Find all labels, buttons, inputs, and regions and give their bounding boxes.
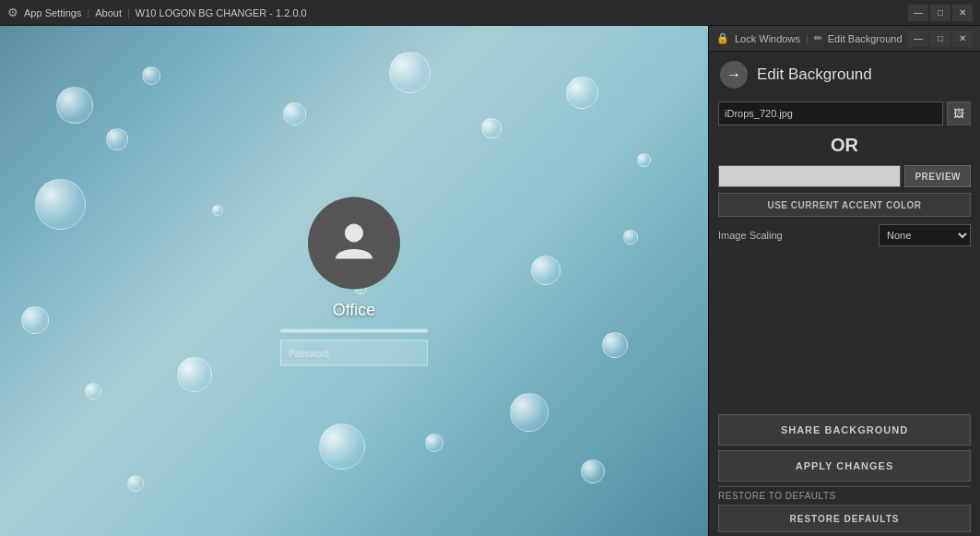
file-browse-button[interactable]: 🖼	[947, 101, 971, 125]
title-sep-2: |	[127, 7, 130, 18]
file-input-row: 🖼	[718, 101, 971, 125]
app-settings-label[interactable]: App Settings	[24, 7, 81, 18]
image-icon: 🖼	[953, 107, 964, 120]
main-content: Office 🔒 Lock Windows | ✏ Edit Backgroun…	[0, 26, 980, 536]
color-swatch[interactable]	[718, 165, 901, 187]
restore-defaults-button[interactable]: RESTORE DEFAULTS	[718, 505, 971, 532]
lock-icon: 🔒	[716, 32, 729, 44]
preview-panel: Office	[0, 26, 708, 536]
scaling-label: Image Scaling	[718, 230, 783, 241]
right-bottom: SHARE BACKGROUND APPLY CHANGES RESTORE T…	[709, 409, 980, 536]
or-divider: OR	[718, 131, 971, 160]
title-bar-controls: — □ ✕	[908, 5, 973, 21]
main-title: W10 LOGON BG CHANGER - 1.2.0.0	[136, 7, 307, 18]
user-icon	[331, 216, 377, 269]
right-title-bar-left: 🔒 Lock Windows | ✏ Edit Background	[716, 32, 908, 44]
avatar	[308, 197, 400, 289]
right-title-controls: — □ ✕	[908, 30, 973, 47]
right-minimize-button[interactable]: —	[908, 30, 928, 47]
login-username: Office	[333, 300, 376, 319]
title-bar: ⚙ App Settings | About | W10 LOGON BG CH…	[0, 0, 980, 26]
login-password-field[interactable]	[280, 339, 428, 365]
right-title-bar: 🔒 Lock Windows | ✏ Edit Background — □ ✕	[709, 26, 980, 52]
login-overlay: Office	[280, 197, 428, 365]
app-settings-icon: ⚙	[7, 6, 18, 19]
arrow-right-icon: →	[726, 66, 741, 83]
about-label[interactable]: About	[95, 7, 122, 18]
edit-background-icon: →	[720, 61, 748, 89]
scaling-row: Image Scaling None Fit Fill Stretch Tile…	[718, 224, 971, 246]
title-sep-1: |	[87, 7, 89, 18]
edit-icon: ✏	[814, 32, 822, 44]
preview-button[interactable]: PREVIEW	[904, 165, 971, 187]
lock-windows-label[interactable]: Lock Windows	[735, 33, 800, 44]
title-bar-left: ⚙ App Settings | About | W10 LOGON BG CH…	[7, 6, 908, 19]
restore-section: RESTORE TO DEFAULTS RESTORE DEFAULTS	[718, 486, 971, 532]
scaling-select[interactable]: None Fit Fill Stretch Tile Center	[879, 224, 971, 246]
svg-point-0	[345, 223, 363, 242]
file-path-input[interactable]	[718, 101, 943, 125]
maximize-button[interactable]: □	[930, 5, 950, 21]
edit-background-title: Edit Background	[757, 66, 872, 84]
login-divider	[280, 328, 428, 332]
apply-changes-button[interactable]: APPLY CHANGES	[718, 450, 971, 482]
minimize-button[interactable]: —	[908, 5, 928, 21]
right-panel: 🔒 Lock Windows | ✏ Edit Background — □ ✕…	[708, 26, 980, 536]
right-panel-header: → Edit Background	[709, 52, 980, 96]
edit-background-label[interactable]: Edit Background	[828, 33, 903, 44]
right-body: 🖼 OR PREVIEW USE CURRENT ACCENT COLOR Im…	[709, 96, 980, 409]
right-maximize-button[interactable]: □	[930, 30, 950, 47]
accent-color-button[interactable]: USE CURRENT ACCENT COLOR	[718, 193, 971, 217]
right-close-button[interactable]: ✕	[952, 30, 973, 47]
color-preview-row: PREVIEW	[718, 165, 971, 187]
restore-label: RESTORE TO DEFAULTS	[718, 491, 971, 501]
close-button[interactable]: ✕	[952, 5, 973, 21]
share-background-button[interactable]: SHARE BACKGROUND	[718, 414, 971, 446]
right-title-sep: |	[806, 33, 809, 44]
